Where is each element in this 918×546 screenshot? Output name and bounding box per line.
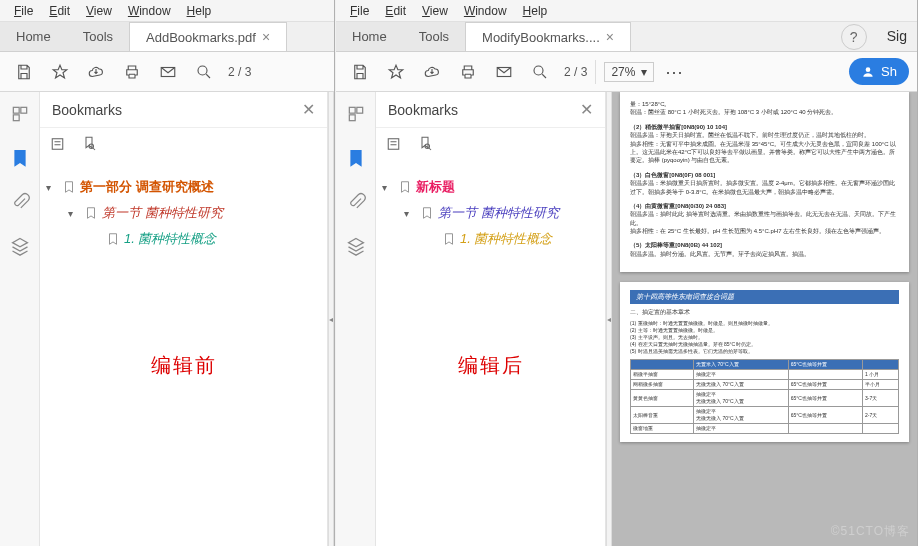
page-indicator: 2 / 3	[228, 65, 251, 79]
bookmark-icon	[106, 232, 120, 246]
tab-label: ModifyBookmarks....	[482, 30, 600, 45]
bookmark-item[interactable]: ▾ 第一节 菌种特性研究	[68, 200, 321, 226]
chevron-down-icon[interactable]: ▾	[68, 208, 80, 219]
tab-tools[interactable]: Tools	[403, 22, 465, 51]
bookmarks-panel: Bookmarks ✕ ▾ 新标题 ▾ 第一节 菌种特性研究	[376, 92, 606, 546]
bookmarks-title: Bookmarks	[52, 102, 122, 118]
left-window: File Edit View Window Help Home Tools Ad…	[0, 0, 335, 546]
attachments-icon[interactable]	[344, 190, 368, 214]
menu-view[interactable]: View	[414, 2, 456, 20]
bookmarks-tree: ▾ 第一部分 调查研究概述 ▾ 第一节 菌种特性研究 1. 菌种特性概念 编辑前	[40, 164, 327, 389]
bookmark-label: 1. 菌种特性概念	[460, 230, 552, 248]
bookmarks-icon[interactable]	[8, 146, 32, 170]
signin-link[interactable]: Sig	[877, 22, 917, 51]
search-button[interactable]	[188, 56, 220, 88]
bookmark-item[interactable]: ▾ 第一部分 调查研究概述	[46, 174, 321, 200]
cloud-button[interactable]	[416, 56, 448, 88]
bookmark-label: 第一节 菌种特性研究	[102, 204, 223, 222]
page-thumbnail: 量：15°28°C。朝温：菌丝蓝 80°C 1 小时死灭去。芽孢 108°C 3…	[620, 92, 909, 272]
layers-icon[interactable]	[344, 234, 368, 258]
more-button[interactable]: ⋯	[658, 56, 690, 88]
mail-button[interactable]	[152, 56, 184, 88]
search-button[interactable]	[524, 56, 556, 88]
toolbar: 2 / 3 27%▾ ⋯ Sh	[336, 52, 917, 92]
svg-point-1	[198, 66, 207, 75]
svg-rect-10	[349, 107, 355, 113]
svg-point-8	[534, 66, 543, 75]
svg-rect-5	[52, 139, 63, 150]
svg-rect-4	[13, 115, 19, 121]
bookmark-item[interactable]: 1. 菌种特性概念	[90, 226, 321, 252]
drag-handle[interactable]: ◂	[328, 92, 334, 546]
bookmark-options-button[interactable]	[50, 135, 68, 157]
close-panel-button[interactable]: ✕	[302, 100, 315, 119]
tab-bar: Home Tools ModifyBookmarks.... × ? Sig	[336, 22, 917, 52]
save-button[interactable]	[8, 56, 40, 88]
close-icon[interactable]: ×	[606, 29, 614, 45]
close-icon[interactable]: ×	[262, 29, 270, 45]
menu-file[interactable]: File	[342, 2, 377, 20]
print-button[interactable]	[452, 56, 484, 88]
menu-view[interactable]: View	[78, 2, 120, 20]
toolbar: 2 / 3	[0, 52, 334, 92]
tab-document[interactable]: ModifyBookmarks.... ×	[465, 22, 631, 51]
tab-label: AddBookmarks.pdf	[146, 30, 256, 45]
chevron-down-icon[interactable]: ▾	[404, 208, 416, 219]
close-panel-button[interactable]: ✕	[580, 100, 593, 119]
menu-help[interactable]: Help	[515, 2, 556, 20]
cloud-button[interactable]	[80, 56, 112, 88]
menu-edit[interactable]: Edit	[377, 2, 414, 20]
help-button[interactable]: ?	[841, 24, 867, 50]
print-button[interactable]	[116, 56, 148, 88]
bookmark-search-button[interactable]	[80, 135, 98, 157]
bookmarks-icon[interactable]	[344, 146, 368, 170]
caption-after: 编辑后	[382, 352, 599, 379]
bookmark-item[interactable]: ▾ 新标题	[382, 174, 599, 200]
menu-edit[interactable]: Edit	[41, 2, 78, 20]
mail-button[interactable]	[488, 56, 520, 88]
tab-document[interactable]: AddBookmarks.pdf ×	[129, 22, 287, 51]
menubar: File Edit View Window Help	[336, 0, 917, 22]
zoom-selector[interactable]: 27%▾	[604, 62, 654, 82]
svg-rect-11	[356, 107, 362, 113]
bookmark-label: 新标题	[416, 178, 455, 196]
menu-window[interactable]: Window	[120, 2, 179, 20]
tab-home[interactable]: Home	[336, 22, 403, 51]
bookmark-search-button[interactable]	[416, 135, 434, 157]
tab-home[interactable]: Home	[0, 22, 67, 51]
save-button[interactable]	[344, 56, 376, 88]
work-area: Bookmarks ✕ ▾ 新标题 ▾ 第一节 菌种特性研究	[336, 92, 917, 546]
thumbnails-icon[interactable]	[344, 102, 368, 126]
svg-rect-12	[349, 115, 355, 121]
star-button[interactable]	[44, 56, 76, 88]
bookmarks-tools	[376, 128, 605, 164]
share-button[interactable]: Sh	[849, 58, 909, 85]
bookmarks-title: Bookmarks	[388, 102, 458, 118]
chevron-down-icon[interactable]: ▾	[46, 182, 58, 193]
menu-help[interactable]: Help	[179, 2, 220, 20]
bookmark-item[interactable]: ▾ 第一节 菌种特性研究	[404, 200, 599, 226]
document-view[interactable]: 量：15°28°C。朝温：菌丝蓝 80°C 1 小时死灭去。芽孢 108°C 3…	[612, 92, 917, 546]
chevron-down-icon: ▾	[641, 65, 647, 79]
user-icon	[861, 65, 875, 79]
caption-before: 编辑前	[46, 352, 321, 379]
svg-rect-13	[388, 139, 399, 150]
tab-tools[interactable]: Tools	[67, 22, 129, 51]
bookmark-item[interactable]: 1. 菌种特性概念	[426, 226, 599, 252]
layers-icon[interactable]	[8, 234, 32, 258]
tab-bar: Home Tools AddBookmarks.pdf ×	[0, 22, 334, 52]
page-thumbnail: 第十四高等性东南词查接合词题 二、抽定置的基本章术 (1) 重微抽时：时通无置置…	[620, 282, 909, 442]
bookmark-label: 第一节 菌种特性研究	[438, 204, 559, 222]
chevron-down-icon[interactable]: ▾	[382, 182, 394, 193]
menu-window[interactable]: Window	[456, 2, 515, 20]
bookmark-options-button[interactable]	[386, 135, 404, 157]
star-button[interactable]	[380, 56, 412, 88]
svg-point-9	[866, 67, 871, 72]
menu-file[interactable]: File	[6, 2, 41, 20]
attachments-icon[interactable]	[8, 190, 32, 214]
bookmark-icon	[398, 180, 412, 194]
thumbnails-icon[interactable]	[8, 102, 32, 126]
bookmarks-header: Bookmarks ✕	[40, 92, 327, 128]
bookmark-icon	[62, 180, 76, 194]
bookmark-label: 第一部分 调查研究概述	[80, 178, 214, 196]
